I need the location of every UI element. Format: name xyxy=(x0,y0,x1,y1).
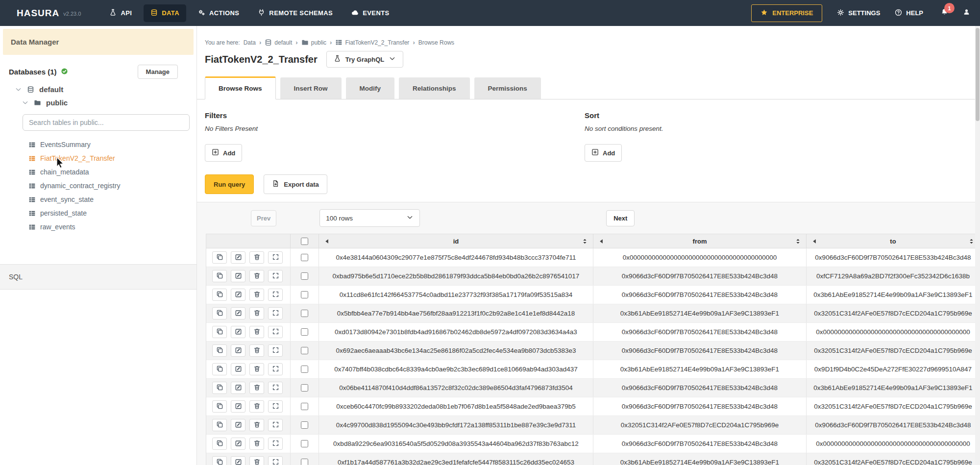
copy-row-button[interactable] xyxy=(212,419,227,431)
row-checkbox[interactable] xyxy=(301,254,308,261)
copy-row-button[interactable] xyxy=(212,438,227,450)
row-checkbox[interactable] xyxy=(301,366,308,373)
sidebar-item-table-FiatTokenV2_2_Transfer[interactable]: FiatTokenV2_2_Transfer xyxy=(28,151,196,165)
copy-row-button[interactable] xyxy=(212,400,227,413)
edit-row-button[interactable] xyxy=(231,363,245,375)
edit-row-button[interactable] xyxy=(231,270,245,282)
export-data-button[interactable]: Export data xyxy=(264,174,327,194)
sidebar-item-table-dynamic_contract_registry[interactable]: dynamic_contract_registry xyxy=(28,179,196,193)
manage-button[interactable]: Manage xyxy=(138,65,178,79)
row-checkbox[interactable] xyxy=(301,421,308,429)
edit-row-button[interactable] xyxy=(231,289,245,301)
row-checkbox[interactable] xyxy=(301,440,308,447)
help-button[interactable]: HELP xyxy=(895,9,923,18)
edit-row-button[interactable] xyxy=(231,344,245,357)
expand-row-button[interactable] xyxy=(268,456,283,465)
copy-row-button[interactable] xyxy=(212,382,227,394)
expand-row-button[interactable] xyxy=(268,326,283,338)
add-sort-button[interactable]: Add xyxy=(585,144,622,162)
expand-row-button[interactable] xyxy=(268,289,283,301)
select-all-checkbox[interactable] xyxy=(301,238,308,245)
collapse-column-icon[interactable] xyxy=(323,238,331,245)
nav-item-api[interactable]: API xyxy=(102,4,139,22)
hasura-logo[interactable]: HASURA xyxy=(12,8,59,19)
next-page-button[interactable]: Next xyxy=(606,210,635,226)
delete-row-button[interactable] xyxy=(249,289,264,301)
delete-row-button[interactable] xyxy=(249,363,264,375)
sidebar-item-sql[interactable]: SQL xyxy=(0,264,196,290)
rows-per-page-select[interactable]: 100 rows xyxy=(319,209,420,227)
row-checkbox[interactable] xyxy=(301,459,308,465)
expand-row-button[interactable] xyxy=(268,382,283,394)
tab-permissions[interactable]: Permissions xyxy=(474,77,541,99)
row-checkbox[interactable] xyxy=(301,272,308,280)
breadcrumb-item-browse-rows[interactable]: Browse Rows xyxy=(418,39,454,46)
tab-relationships[interactable]: Relationships xyxy=(399,77,470,99)
collapse-column-icon[interactable] xyxy=(598,238,605,245)
user-menu-button[interactable] xyxy=(963,8,970,18)
copy-row-button[interactable] xyxy=(212,307,227,319)
sidebar-item-table-persisted_state[interactable]: persisted_state xyxy=(28,206,196,220)
try-graphql-button[interactable]: Try GraphQL xyxy=(326,51,403,68)
expand-row-button[interactable] xyxy=(268,400,283,413)
column-header-to[interactable]: to xyxy=(807,234,980,248)
row-checkbox[interactable] xyxy=(301,384,308,392)
delete-row-button[interactable] xyxy=(249,326,264,338)
nav-item-data[interactable]: DATA xyxy=(144,4,186,22)
delete-row-button[interactable] xyxy=(249,344,264,357)
expand-row-button[interactable] xyxy=(268,438,283,450)
copy-row-button[interactable] xyxy=(212,270,227,282)
notifications-button[interactable]: 1 xyxy=(941,8,948,18)
chevron-down-icon[interactable] xyxy=(22,99,29,106)
edit-row-button[interactable] xyxy=(231,400,245,413)
sidebar-item-database-default[interactable]: default xyxy=(0,83,196,96)
row-checkbox[interactable] xyxy=(301,403,308,410)
delete-row-button[interactable] xyxy=(249,307,264,319)
delete-row-button[interactable] xyxy=(249,382,264,394)
sort-icon[interactable] xyxy=(581,238,588,245)
expand-row-button[interactable] xyxy=(268,363,283,375)
delete-row-button[interactable] xyxy=(249,400,264,413)
expand-row-button[interactable] xyxy=(268,270,283,282)
edit-row-button[interactable] xyxy=(231,326,245,338)
scrollbar-thumb[interactable] xyxy=(976,28,980,121)
edit-row-button[interactable] xyxy=(231,251,245,264)
search-tables-input[interactable] xyxy=(23,114,190,131)
edit-row-button[interactable] xyxy=(231,456,245,465)
sidebar-item-table-EventsSummary[interactable]: EventsSummary xyxy=(28,138,196,151)
enterprise-button[interactable]: ENTERPRISE xyxy=(751,4,822,22)
sidebar-item-table-event_sync_state[interactable]: event_sync_state xyxy=(28,193,196,206)
nav-item-actions[interactable]: ACTIONS xyxy=(191,4,246,22)
settings-button[interactable]: SETTINGS xyxy=(837,9,880,18)
row-checkbox[interactable] xyxy=(301,328,308,336)
sort-icon[interactable] xyxy=(794,238,802,245)
column-header-from[interactable]: from xyxy=(593,234,807,248)
breadcrumb-item-default[interactable]: default xyxy=(265,39,292,46)
column-header-id[interactable]: id xyxy=(319,234,593,248)
edit-row-button[interactable] xyxy=(231,438,245,450)
sidebar-item-table-chain_metadata[interactable]: chain_metadata xyxy=(28,165,196,179)
row-checkbox[interactable] xyxy=(301,310,308,317)
delete-row-button[interactable] xyxy=(249,251,264,264)
delete-row-button[interactable] xyxy=(249,270,264,282)
copy-row-button[interactable] xyxy=(212,344,227,357)
breadcrumb-item-public[interactable]: public xyxy=(301,39,326,46)
delete-row-button[interactable] xyxy=(249,419,264,431)
copy-row-button[interactable] xyxy=(212,289,227,301)
expand-row-button[interactable] xyxy=(268,307,283,319)
sort-icon[interactable] xyxy=(968,238,975,245)
copy-row-button[interactable] xyxy=(212,363,227,375)
expand-row-button[interactable] xyxy=(268,251,283,264)
breadcrumb-item-fiattokenv2_2_transfer[interactable]: FiatTokenV2_2_Transfer xyxy=(335,39,409,46)
tab-insert-row[interactable]: Insert Row xyxy=(280,77,342,99)
copy-row-button[interactable] xyxy=(212,326,227,338)
tab-browse-rows[interactable]: Browse Rows xyxy=(205,76,276,99)
run-query-button[interactable]: Run query xyxy=(205,174,254,194)
edit-row-button[interactable] xyxy=(231,382,245,394)
row-checkbox[interactable] xyxy=(301,291,308,298)
delete-row-button[interactable] xyxy=(249,438,264,450)
copy-row-button[interactable] xyxy=(212,251,227,264)
scrollbar[interactable] xyxy=(975,26,980,465)
chevron-down-icon[interactable] xyxy=(15,86,22,93)
edit-row-button[interactable] xyxy=(231,419,245,431)
